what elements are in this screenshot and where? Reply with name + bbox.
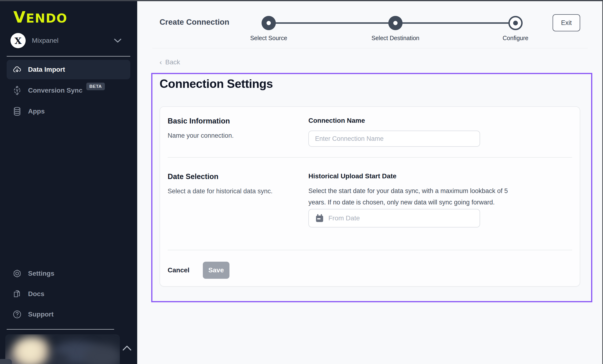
- back-link[interactable]: ‹ Back: [160, 58, 180, 66]
- sidebar-item-apps[interactable]: Apps: [7, 102, 130, 121]
- sidebar: VENDO X Mixpanel Data Import: [0, 0, 137, 364]
- vendo-logo: VENDO: [13, 8, 68, 26]
- step-dot-select-destination: [388, 16, 403, 30]
- main-content: Create Connection Select Source Select D…: [137, 0, 603, 364]
- exit-button[interactable]: Exit: [553, 14, 580, 31]
- wizard-title: Create Connection: [160, 18, 229, 27]
- sidebar-item-label: Settings: [28, 270, 54, 277]
- gear-icon: [12, 269, 22, 278]
- step-dot-configure: [508, 16, 523, 30]
- calendar-icon: [315, 214, 324, 223]
- app-window: VENDO X Mixpanel Data Import: [0, 0, 603, 364]
- user-profile-blurred[interactable]: [5, 334, 120, 364]
- step-dot-select-source: [262, 16, 276, 30]
- avatar: [12, 337, 52, 364]
- sidebar-item-label: Docs: [28, 290, 44, 298]
- step-label-select-destination: Select Destination: [371, 35, 419, 42]
- date-selection-section: Date Selection Select a date for histori…: [160, 158, 580, 250]
- section-title: Date Selection: [168, 172, 308, 181]
- sidebar-item-support[interactable]: Support: [7, 305, 130, 324]
- card-actions: Cancel Save: [160, 250, 580, 287]
- workspace-name: Mixpanel: [32, 37, 58, 44]
- step-label-configure: Configure: [503, 35, 528, 42]
- connection-settings-panel: Connection Settings Basic Information Na…: [151, 73, 592, 302]
- sidebar-item-label: Conversion Sync: [28, 87, 82, 94]
- section-title: Basic Information: [168, 117, 308, 125]
- connection-name-input[interactable]: [308, 131, 480, 147]
- section-description: Name your connection.: [168, 132, 308, 139]
- page-title: Connection Settings: [160, 77, 273, 91]
- workspace-switcher[interactable]: X Mixpanel: [11, 33, 127, 48]
- mixpanel-logo-icon: X: [11, 33, 26, 48]
- connection-name-label: Connection Name: [308, 117, 580, 124]
- start-date-label: Historical Upload Start Date: [308, 172, 580, 180]
- cutoff-element: [0, 359, 12, 364]
- chevron-up-icon[interactable]: [122, 345, 132, 352]
- cancel-button[interactable]: Cancel: [168, 266, 189, 274]
- header-divider: [152, 48, 588, 48]
- sidebar-item-conversion-sync[interactable]: Conversion Sync BETA: [7, 81, 130, 100]
- section-description: Select a date for historical data sync.: [168, 188, 308, 195]
- sidebar-divider: [7, 56, 130, 56]
- sidebar-item-settings[interactable]: Settings: [7, 264, 130, 283]
- chevron-down-icon: [114, 38, 122, 43]
- back-label: Back: [165, 58, 180, 66]
- sidebar-nav: Data Import Conversion Sync BETA: [7, 60, 130, 122]
- window-top-edge: [0, 0, 603, 1]
- sidebar-item-label: Apps: [28, 108, 45, 115]
- help-icon: [12, 310, 22, 319]
- chevron-left-icon: ‹: [160, 59, 162, 66]
- save-button[interactable]: Save: [203, 262, 230, 279]
- step-label-select-source: Select Source: [250, 35, 287, 42]
- sidebar-item-label: Support: [28, 310, 54, 318]
- from-date-input[interactable]: [308, 209, 480, 228]
- wizard-header: Create Connection Select Source Select D…: [137, 0, 603, 48]
- settings-card: Basic Information Name your connection. …: [160, 106, 580, 287]
- docs-icon: [12, 289, 22, 299]
- sidebar-divider: [7, 329, 114, 330]
- database-icon: [12, 107, 22, 116]
- sidebar-item-data-import[interactable]: Data Import: [7, 60, 130, 79]
- sidebar-item-label: Data Import: [28, 66, 65, 73]
- cloud-download-icon: [12, 65, 22, 74]
- sidebar-item-docs[interactable]: Docs: [7, 285, 130, 303]
- basic-information-section: Basic Information Name your connection. …: [160, 107, 580, 157]
- start-date-help-text: Select the start date for your data sync…: [308, 185, 509, 208]
- sync-arrows-icon: [12, 86, 22, 95]
- beta-badge: BETA: [86, 83, 105, 90]
- sidebar-footer-nav: Settings Docs: [7, 264, 130, 325]
